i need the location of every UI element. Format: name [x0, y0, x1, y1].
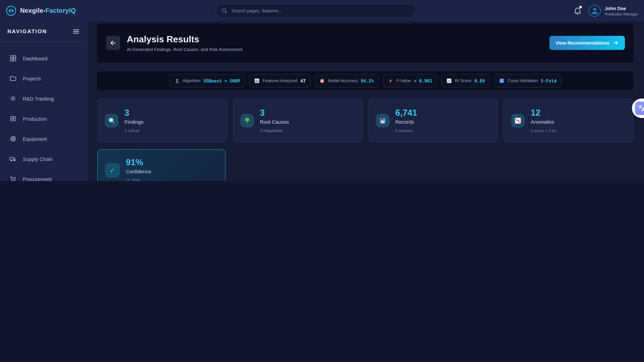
folder-icon	[10, 75, 17, 82]
stat-label: Findings	[124, 119, 144, 124]
microscope-icon	[174, 78, 180, 83]
stat-sub: 5 sources	[395, 128, 417, 133]
confidence-card[interactable]: ✓ 91% Confidence CI: 95%	[97, 149, 226, 181]
sidebar: NAVIGATION Dashboard Projects R&D Tracki…	[0, 21, 88, 181]
stat-sub: z-score > 2.5σ	[531, 128, 556, 133]
sidebar-item-label: Dashboard	[23, 55, 48, 61]
sidebar-item-equipment[interactable]: Equipment	[0, 129, 88, 149]
arrow-right-icon	[613, 40, 619, 46]
avatar	[589, 5, 601, 17]
model-stats-bar: Algorithm XGBoost + SHAP Features Analyz…	[97, 71, 634, 90]
chip-label: P-Value	[396, 78, 411, 83]
sidebar-item-label: Production	[23, 116, 47, 121]
spark-icon	[10, 95, 17, 102]
chip-label: Algorithm	[183, 78, 200, 83]
anomalies-card[interactable]: 12 Anomalies z-score > 2.5σ	[504, 98, 634, 142]
chip-value: XGBoost + SHAP	[204, 78, 240, 83]
floppy-disk-icon	[376, 114, 389, 127]
records-card[interactable]: 6,741 Records 5 sources	[368, 98, 498, 142]
chip-cross-validation: Cross-Validation 5-Fold	[494, 74, 562, 87]
search-input[interactable]	[231, 8, 410, 13]
top-bar: Nexgile-FactoryIQ	[0, 0, 644, 21]
chip-value: 94.2%	[361, 78, 374, 83]
app-window: Nexgile-FactoryIQ	[0, 0, 644, 181]
sidebar-item-label: Procurement	[23, 176, 52, 181]
root-causes-card[interactable]: 3 Root Causes 3 mitigatable	[233, 98, 363, 142]
notification-badge	[579, 6, 582, 8]
sidebar-item-procurement[interactable]: Procurement	[0, 169, 88, 181]
user-role: Production Manager	[605, 12, 638, 16]
chip-label: Cross-Validation	[507, 78, 538, 83]
stat-sub: CI: 95%	[126, 178, 151, 181]
user-name: John Doe	[605, 5, 638, 11]
target-icon	[320, 78, 325, 83]
stat-label: Confidence	[126, 168, 151, 174]
stat-value: 6,741	[395, 108, 417, 117]
main-content: Analysis Results AI-Generated Findings, …	[88, 21, 644, 181]
logo-icon	[5, 5, 17, 16]
stat-label: Root Causes	[260, 119, 289, 124]
page-header: Analysis Results AI-Generated Findings, …	[97, 23, 634, 62]
sidebar-item-projects[interactable]: Projects	[0, 68, 88, 88]
findings-card[interactable]: 3 Findings 1 critical	[97, 98, 228, 142]
translate-icon	[635, 102, 644, 115]
sidebar-item-label: Equipment	[23, 136, 47, 142]
sidebar-item-label: Projects	[23, 76, 41, 81]
chip-label: Features Analyzed	[263, 78, 297, 83]
dashboard-icon	[10, 55, 17, 62]
stat-label: Anomalies	[531, 119, 556, 124]
truck-icon	[10, 155, 17, 163]
sidebar-item-production[interactable]: Production	[0, 109, 88, 129]
bar-chart-icon	[254, 78, 260, 83]
search-icon	[221, 8, 228, 14]
sidebar-item-supply-chain[interactable]: Supply Chain	[0, 149, 88, 169]
back-button[interactable]	[106, 36, 120, 50]
chip-accuracy: Model Accuracy 94.2%	[314, 74, 379, 87]
sidebar-title: NAVIGATION	[8, 28, 47, 34]
bell-icon	[575, 8, 580, 13]
hamburger-menu-icon[interactable]	[72, 27, 80, 35]
magnifier-icon	[105, 114, 118, 127]
chip-label: Model Accuracy	[328, 78, 358, 83]
notifications-button[interactable]	[573, 6, 582, 15]
chip-label: R² Score	[455, 78, 472, 83]
chart-down-icon	[511, 114, 525, 127]
sidebar-item-label: R&D Tracking	[23, 96, 54, 101]
page-subtitle: AI-Generated Findings, Root Causes, and …	[127, 47, 242, 52]
chip-features: Features Analyzed 47	[249, 74, 310, 87]
sidebar-item-label: Supply Chain	[23, 156, 53, 162]
sidebar-item-rd-tracking[interactable]: R&D Tracking	[0, 88, 88, 109]
chip-algorithm: Algorithm XGBoost + SHAP	[169, 74, 245, 87]
arrow-left-icon	[109, 39, 117, 46]
lightning-icon	[388, 78, 393, 83]
view-recommendations-button[interactable]: View Recommendations	[550, 36, 625, 50]
stat-value: 3	[260, 108, 289, 117]
stat-sub: 3 mitigatable	[260, 128, 289, 133]
page-title: Analysis Results	[127, 34, 242, 44]
user-menu[interactable]: John Doe Production Manager	[589, 5, 638, 17]
cpu-icon	[10, 135, 17, 142]
chip-r2: R² Score 0.89	[442, 74, 490, 87]
chart-up-icon	[446, 78, 452, 83]
stat-value: 3	[124, 108, 144, 117]
brand-name: Nexgile-FactoryIQ	[20, 7, 76, 14]
stat-label: Records	[395, 119, 417, 124]
brand-logo[interactable]: Nexgile-FactoryIQ	[0, 5, 150, 16]
cart-icon	[10, 175, 17, 181]
checkmark-icon: ✓	[105, 163, 120, 177]
chip-value: 0.89	[474, 78, 485, 83]
stat-value: 12	[531, 108, 556, 117]
cycle-icon	[499, 78, 504, 83]
list-box-icon	[10, 115, 17, 122]
stat-sub: 1 critical	[124, 128, 144, 133]
stat-cards-row: 3 Findings 1 critical 3 Root Causes 3 mi…	[97, 98, 634, 142]
chip-value: 47	[300, 78, 306, 83]
tree-icon	[240, 114, 254, 127]
chip-pvalue: P-Value < 0.001	[383, 74, 438, 87]
chip-value: 5-Fold	[541, 78, 556, 83]
sidebar-item-dashboard[interactable]: Dashboard	[0, 48, 88, 68]
global-search[interactable]	[216, 4, 416, 18]
chip-value: < 0.001	[414, 78, 432, 83]
stat-value: 91%	[126, 158, 151, 166]
